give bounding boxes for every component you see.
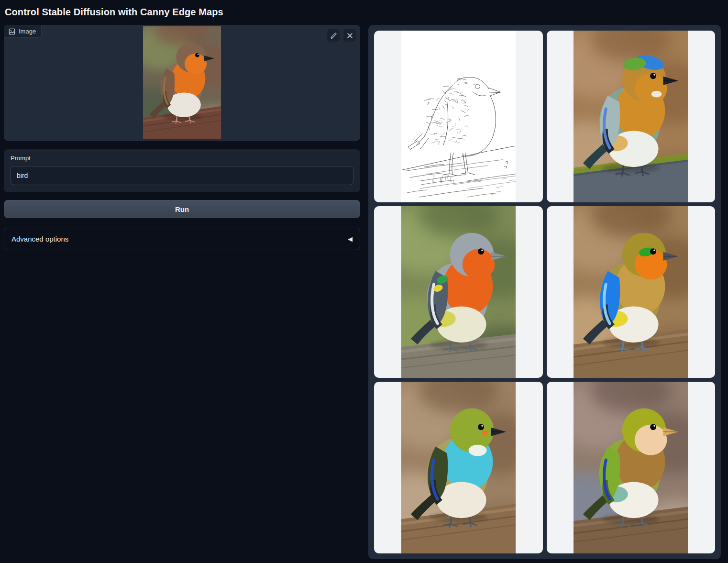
- image-icon: [9, 28, 15, 35]
- prompt-block: Prompt: [4, 149, 360, 192]
- pencil-icon: [330, 32, 337, 39]
- gallery-item[interactable]: [374, 382, 543, 553]
- output-column: [368, 25, 721, 559]
- gallery-item[interactable]: [374, 31, 543, 202]
- advanced-options-accordion[interactable]: Advanced options ◀: [4, 228, 360, 250]
- prompt-label: Prompt: [11, 155, 353, 162]
- image-upload-component[interactable]: Image: [4, 25, 360, 141]
- accordion-collapsed-arrow-icon: ◀: [348, 236, 353, 242]
- image-component-label: Image: [4, 25, 42, 38]
- output-gallery: [368, 25, 721, 559]
- advanced-options-label: Advanced options: [11, 235, 68, 243]
- canny-edge-image: [401, 31, 516, 202]
- image-component-label-text: Image: [19, 28, 36, 35]
- generated-bird-image: [574, 382, 688, 553]
- controls-column: Image: [4, 25, 360, 250]
- generated-bird-image: [574, 31, 688, 202]
- generated-bird-image: [401, 206, 516, 378]
- app-page: Control Stable Diffusion with Canny Edge…: [0, 0, 728, 563]
- prompt-input[interactable]: [11, 166, 353, 185]
- run-button[interactable]: Run: [4, 200, 360, 218]
- generated-bird-image: [574, 206, 688, 378]
- edit-image-button[interactable]: [327, 29, 340, 42]
- close-icon: [347, 33, 353, 39]
- generated-bird-image: [401, 382, 516, 553]
- input-image: [143, 26, 221, 139]
- gallery-item[interactable]: [547, 382, 716, 553]
- gallery-item[interactable]: [374, 206, 543, 378]
- clear-image-button[interactable]: [343, 29, 356, 42]
- gallery-item[interactable]: [547, 206, 716, 378]
- page-title: Control Stable Diffusion with Canny Edge…: [5, 7, 721, 18]
- gallery-item[interactable]: [547, 31, 716, 202]
